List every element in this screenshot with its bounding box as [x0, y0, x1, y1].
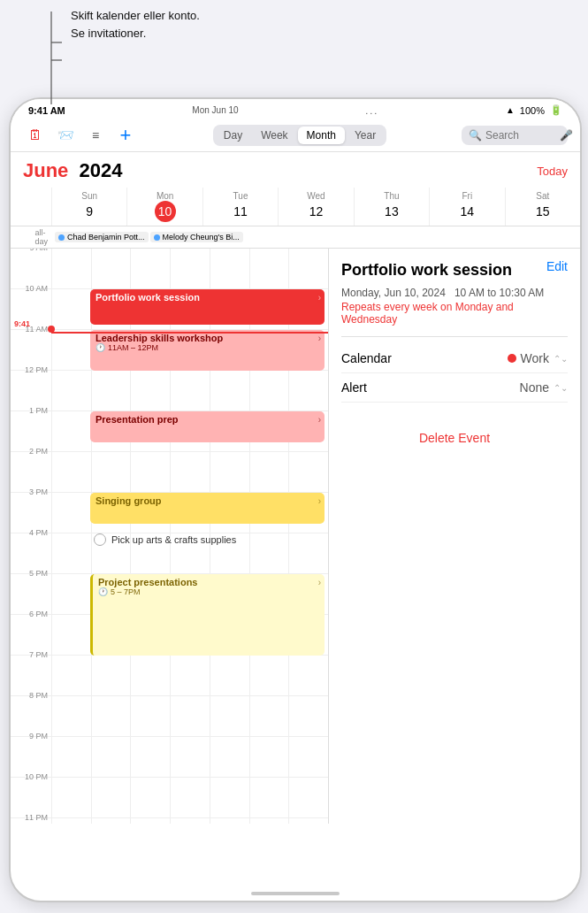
hour-cell-2-thu[interactable] [210, 452, 249, 492]
hour-cell-2-sun[interactable] [51, 452, 91, 492]
hour-cell-2-fri[interactable] [249, 452, 289, 492]
hour-cell-5-sun[interactable] [51, 574, 91, 614]
allday-event-melody[interactable]: Melody Cheung's Bi... [150, 232, 243, 242]
current-time-line [51, 332, 328, 334]
event-presentation[interactable]: Presentation prep › [90, 411, 325, 442]
delete-event-button[interactable]: Delete Event [341, 420, 568, 456]
hour-cell-7-sat[interactable] [288, 656, 328, 695]
hour-cell-7-fri[interactable] [249, 656, 289, 695]
hour-cell-7-tue[interactable] [130, 656, 170, 695]
view-year-button[interactable]: Year [346, 127, 385, 144]
list-button[interactable]: ≡ [83, 123, 108, 148]
hour-cell-9-mon[interactable] [91, 249, 131, 288]
hour-cell-7-wed[interactable] [170, 656, 210, 695]
hour-cell-10pm-sat[interactable] [288, 778, 328, 817]
hour-cell-1-sun[interactable] [51, 411, 91, 451]
hour-cell-2-mon[interactable] [91, 452, 131, 492]
hour-cell-8-tue[interactable] [130, 696, 170, 736]
event-singing[interactable]: Singing group › [90, 493, 325, 524]
hour-cell-10pm-thu[interactable] [210, 778, 249, 817]
hour-cell-9pm-sat[interactable] [288, 737, 328, 777]
hour-cell-8-fri[interactable] [249, 696, 289, 736]
hour-cell-11pm-sat[interactable] [288, 818, 328, 824]
detail-alert-value: None ⌃⌄ [520, 380, 568, 395]
toolbar-icons: 🗓 📨 ≡ + [23, 123, 138, 148]
hour-cell-9-wed[interactable] [170, 249, 210, 288]
hour-cell-10pm-mon[interactable] [91, 778, 131, 817]
hour-cell-10pm-sun[interactable] [51, 778, 91, 817]
day-label-thu: Thu [355, 191, 429, 201]
event-project[interactable]: Project presentations 🕐 5 – 7PM › [90, 574, 325, 656]
hour-cell-9-sun[interactable] [51, 249, 91, 288]
hour-cell-9pm-fri[interactable] [249, 737, 289, 777]
inbox-button[interactable]: 📨 [53, 123, 78, 148]
hour-cell-7-sun[interactable] [51, 656, 91, 695]
view-day-button[interactable]: Day [215, 127, 251, 144]
hour-cell-11pm-thu[interactable] [210, 818, 249, 824]
detail-row-calendar[interactable]: Calendar Work ⌃⌄ [341, 344, 568, 373]
hour-cell-8-sun[interactable] [51, 696, 91, 736]
hour-cell-11pm-fri[interactable] [249, 818, 289, 824]
hour-cell-9-fri[interactable] [249, 249, 289, 288]
edit-button[interactable]: Edit [546, 261, 568, 273]
hour-cell-10-sun[interactable] [51, 289, 91, 329]
hour-cell-9pm-wed[interactable] [170, 737, 210, 777]
event-detail-date: Monday, Jun 10, 2024 10 AM to 10:30 AM [341, 287, 568, 299]
event-portfolio[interactable]: Portfolio work session › [90, 289, 325, 325]
today-button[interactable]: Today [537, 165, 568, 178]
hour-cell-9-thu[interactable] [210, 249, 249, 288]
hour-cell-12-fri[interactable] [249, 371, 289, 410]
hour-cell-7-mon[interactable] [91, 656, 131, 695]
view-month-button[interactable]: Month [298, 127, 345, 144]
hour-cell-9pm-sun[interactable] [51, 737, 91, 777]
view-week-button[interactable]: Week [252, 127, 296, 144]
detail-row-alert[interactable]: Alert None ⌃⌄ [341, 373, 568, 403]
hour-row-9pm: 9 PM [11, 737, 328, 778]
hour-cell-12-thu[interactable] [210, 371, 249, 410]
day-col-thu: Thu 13 [354, 188, 429, 226]
hour-cell-12-sat[interactable] [288, 371, 328, 410]
hour-cell-4-sun[interactable] [51, 533, 91, 573]
hour-cell-9pm-tue[interactable] [130, 737, 170, 777]
allday-event-chad[interactable]: Chad Benjamin Pott... [55, 232, 149, 242]
event-leadership[interactable]: Leadership skills workshop 🕐 11AM – 12PM… [90, 330, 325, 371]
hour-cell-8-mon[interactable] [91, 696, 131, 736]
event-portfolio-arrow: › [318, 293, 321, 303]
hour-cells-10pm [51, 778, 328, 817]
hour-cell-11pm-tue[interactable] [130, 818, 170, 824]
calendar-color-dot [508, 354, 516, 363]
add-button[interactable]: + [113, 123, 138, 148]
hour-cell-12-sun[interactable] [51, 371, 91, 410]
hour-cell-9pm-mon[interactable] [91, 737, 131, 777]
task-arts[interactable]: Pick up arts & crafts supplies [88, 530, 325, 549]
hour-cell-2-tue[interactable] [130, 452, 170, 492]
hour-cell-12-wed[interactable] [170, 371, 210, 410]
hour-cell-11-sun[interactable] [51, 330, 91, 370]
hour-cell-11pm-wed[interactable] [170, 818, 210, 824]
search-bar[interactable]: 🔍 🎤 [462, 126, 568, 145]
event-leadership-subtitle: 🕐 11AM – 12PM [95, 343, 319, 352]
hour-cell-8-wed[interactable] [170, 696, 210, 736]
hour-cell-12-mon[interactable] [91, 371, 131, 410]
hour-cell-11pm-sun[interactable] [51, 818, 91, 824]
hour-cell-6-sun[interactable] [51, 615, 91, 655]
hour-cell-8-sat[interactable] [288, 696, 328, 736]
hour-cell-2-sat[interactable] [288, 452, 328, 492]
hour-cell-3-sun[interactable] [51, 493, 91, 533]
search-input[interactable] [485, 129, 556, 142]
hour-cell-9-sat[interactable] [288, 249, 328, 288]
hour-label-4pm: 4 PM [11, 528, 51, 573]
hour-cell-10pm-wed[interactable] [170, 778, 210, 817]
hour-cell-10pm-fri[interactable] [249, 778, 289, 817]
hour-cell-8-thu[interactable] [210, 696, 249, 736]
hour-row-8pm: 8 PM [11, 696, 328, 737]
hour-cell-9-tue[interactable] [130, 249, 170, 288]
hour-cell-12-tue[interactable] [130, 371, 170, 410]
hour-cell-11pm-mon[interactable] [91, 818, 131, 824]
hour-cell-9pm-thu[interactable] [210, 737, 249, 777]
hour-cell-2-wed[interactable] [170, 452, 210, 492]
detail-alert-label: Alert [341, 380, 367, 395]
calendar-icon-button[interactable]: 🗓 [23, 123, 48, 148]
hour-cell-7-thu[interactable] [210, 656, 249, 695]
hour-cell-10pm-tue[interactable] [130, 778, 170, 817]
